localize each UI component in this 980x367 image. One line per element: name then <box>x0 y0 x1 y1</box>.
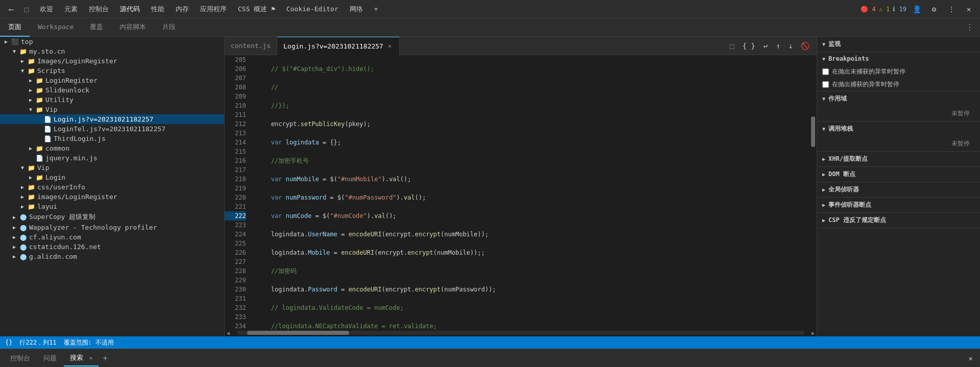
tab-search-close[interactable]: ✕ <box>89 355 93 361</box>
scroll-top-icon[interactable]: ↑ <box>773 40 783 52</box>
tree-item-vip2[interactable]: ▼ 📁 Vip <box>0 163 224 173</box>
scroll-right-icon[interactable]: ▶ <box>810 330 817 336</box>
more-icon[interactable]: ⋮ <box>944 2 959 16</box>
tree-item-cstaticdun[interactable]: ▶ ⬤ cstaticdun.126.net <box>0 242 224 252</box>
tab-workspace[interactable]: Workspace <box>30 19 82 36</box>
tree-item-images-loginregister[interactable]: ▶ 📁 Images/LoginRegister <box>0 56 224 66</box>
menu-console[interactable]: 控制台 <box>84 3 114 16</box>
expand-icon: ▶ <box>822 187 825 192</box>
menu-cookie-editor[interactable]: Cookie-Editor <box>281 3 344 15</box>
code-horizontal-scrollbar[interactable]: ◀ ▶ <box>225 329 817 336</box>
menu-network[interactable]: 网络 <box>345 3 368 16</box>
scrollbar-track[interactable] <box>237 331 804 335</box>
tab-overrides[interactable]: 覆盖 <box>82 18 111 37</box>
more-tabs-icon[interactable]: ⋮ <box>960 22 980 32</box>
tree-item-loginregister[interactable]: ▶ 📁 LoginRegister <box>0 76 224 85</box>
tab-pages[interactable]: 页面 <box>0 18 30 37</box>
tree-item-login-js[interactable]: ▶ 📄 Login.js?v=20231021182257 <box>0 114 224 124</box>
tab-issues[interactable]: 问题 <box>37 351 63 366</box>
settings-icon[interactable]: ⚙ <box>927 2 941 16</box>
panel-breakpoints-label: Breakpoints <box>828 55 869 62</box>
tree-item-css-userinfo[interactable]: ▶ 📁 css/userInfo <box>0 182 224 192</box>
scroll-bottom-icon[interactable]: ↓ <box>786 40 796 52</box>
format-icon[interactable]: { } <box>739 40 758 52</box>
wrap-icon[interactable]: ↩ <box>761 40 771 52</box>
tree-item-supercopy[interactable]: ▶ ⬤ SuperCopy 超级复制 <box>0 211 224 223</box>
editor-vertical-scrollbar[interactable] <box>810 55 817 329</box>
split-editor-icon[interactable]: ⬚ <box>727 40 737 52</box>
tree-item-layui[interactable]: ▶ 📁 layui <box>0 202 224 211</box>
back-icon[interactable]: ⟵ <box>4 2 18 16</box>
menu-css[interactable]: CSS 概述 ⚑ <box>233 3 280 16</box>
panel-monitor-header[interactable]: ▼ 监视 <box>817 37 980 52</box>
expand-arrow: ▶ <box>10 234 18 240</box>
tab-content-scripts[interactable]: 内容脚本 <box>111 18 154 37</box>
expand-arrow: ▶ <box>27 78 35 83</box>
tree-item-logintel-js[interactable]: ▶ 📄 LoginTel.js?v=20231021182257 <box>0 124 224 134</box>
tree-item-vip-scripts[interactable]: ▼ 📁 Vip <box>0 105 224 114</box>
expand-arrow: ▶ <box>2 39 10 44</box>
panel-breakpoints-header[interactable]: ▼ Breakpoints <box>817 52 980 65</box>
tree-item-wappalyzer[interactable]: ▶ ⬤ Wappalyzer - Technology profiler <box>0 223 224 232</box>
status-coverage: 覆盖范围: 不适用 <box>64 338 114 347</box>
expand-arrow: ▶ <box>18 184 27 190</box>
tree-item-thirdlogin-js[interactable]: ▶ 📄 ThirdLogin.js <box>0 134 224 143</box>
menu-welcome[interactable]: 欢迎 <box>35 3 58 16</box>
status-position: 行222，列11 <box>19 338 56 347</box>
panel-section-global: ▶ 全局侦听器 <box>817 182 980 198</box>
inspect-icon[interactable]: ⬚ <box>19 2 34 16</box>
tree-label-jquery: jquery.min.js <box>45 154 97 162</box>
menu-performance[interactable]: 性能 <box>146 3 169 16</box>
tree-item-common[interactable]: ▶ 📁 common <box>0 143 224 153</box>
menu-application[interactable]: 应用程序 <box>195 3 232 16</box>
scroll-left-icon[interactable]: ◀ <box>225 330 232 336</box>
tab-snippets[interactable]: 片段 <box>154 18 184 37</box>
menu-sources[interactable]: 源代码 <box>115 3 145 16</box>
panel-xhr-header[interactable]: ▶ XHR/提取断点 <box>817 152 980 166</box>
panel-dom-header[interactable]: ▶ DOM 断点 <box>817 167 980 182</box>
tree-label-g-alicdn: g.alicdn.com <box>29 253 77 260</box>
close-bottom-panel-icon[interactable]: ✕ <box>966 353 976 364</box>
folder-icon: 📁 <box>27 193 36 201</box>
code-content[interactable]: // $("﻿#Captcha_div").hide(); // //}); e… <box>250 55 810 329</box>
panel-event-header[interactable]: ▶ 事件侦听器断点 <box>817 198 980 212</box>
panel-csp-header[interactable]: ▶ CSP 违反了规定断点 <box>817 213 980 228</box>
menu-elements[interactable]: 元素 <box>59 3 83 16</box>
menu-add[interactable]: + <box>369 3 383 15</box>
panel-section-monitor: ▼ 监视 <box>817 37 980 52</box>
panel-scope-header[interactable]: ▼ 作用域 <box>817 91 980 106</box>
secondary-tab-bar: 页面 Workspace 覆盖 内容脚本 片段 ⋮ <box>0 18 980 37</box>
editor-tab-login-js[interactable]: Login.js?v=20231021182257 ✕ <box>277 37 400 55</box>
tree-item-cf-aliyun[interactable]: ▶ ⬤ cf.aliyun.com <box>0 232 224 242</box>
tree-item-top[interactable]: ▶ ⬛ top <box>0 37 224 46</box>
tree-item-slideunlock[interactable]: ▶ 📁 Slideunlock <box>0 85 224 95</box>
scrollbar-thumb[interactable] <box>811 116 815 147</box>
tree-label-logintel-js: LoginTel.js?v=20231021182257 <box>54 125 165 133</box>
panel-section-scope: ▼ 作用域 未暂停 <box>817 91 980 121</box>
no-breakpoint-icon[interactable]: 🚫 <box>798 40 813 52</box>
tab-close-login-js[interactable]: ✕ <box>386 42 393 50</box>
breakpoint-caught-checkbox[interactable] <box>822 81 829 88</box>
tree-label-thirdlogin-js: ThirdLogin.js <box>54 135 106 142</box>
menu-memory[interactable]: 内存 <box>170 3 194 16</box>
add-panel-button[interactable]: + <box>100 353 111 363</box>
user-icon[interactable]: 👤 <box>910 2 924 16</box>
scrollbar-thumb-h[interactable] <box>247 331 349 335</box>
tree-item-scripts[interactable]: ▼ 📁 Scripts <box>0 66 224 76</box>
panel-callstack-header[interactable]: ▼ 调用堆栈 <box>817 121 980 136</box>
tab-console[interactable]: 控制台 <box>4 351 36 366</box>
tree-item-jquery[interactable]: ▶ 📄 jquery.min.js <box>0 153 224 163</box>
tree-item-utility[interactable]: ▶ 📁 Utility <box>0 95 224 105</box>
panel-global-header[interactable]: ▶ 全局侦听器 <box>817 182 980 197</box>
breakpoint-uncaught-checkbox[interactable] <box>822 68 829 75</box>
tree-item-my-sto[interactable]: ▼ 📁 my.sto.cn <box>0 46 224 56</box>
expand-arrow: ▶ <box>27 87 35 93</box>
close-devtools-icon[interactable]: ✕ <box>962 2 976 16</box>
editor-tab-content-js[interactable]: content.js <box>225 37 277 55</box>
tree-item-login2[interactable]: ▶ 📁 Login <box>0 173 224 182</box>
tab-search[interactable]: 搜索 ✕ <box>64 350 99 366</box>
tree-item-g-alicdn[interactable]: ▶ ⬤ g.alicdn.com <box>0 252 224 261</box>
warning-badge: ⚠ 1 <box>879 6 890 13</box>
tree-item-images-lr2[interactable]: ▶ 📁 images/LoginRegister <box>0 192 224 202</box>
expand-arrow: ▶ <box>10 214 18 220</box>
